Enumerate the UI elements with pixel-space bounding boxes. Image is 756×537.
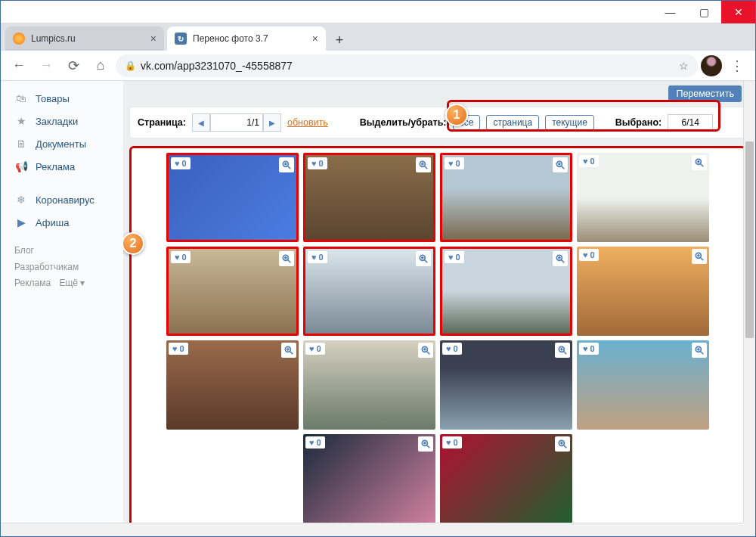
sidebar-item-afisha[interactable]: ▶ Афиша <box>1 211 123 234</box>
close-window-button[interactable]: ✕ <box>721 1 755 23</box>
sidebar-item-documents[interactable]: 🗎 Документы <box>1 132 123 155</box>
zoom-icon[interactable] <box>281 343 296 358</box>
sidebar-item-goods[interactable]: 🛍 Товары <box>1 87 123 110</box>
zoom-icon[interactable] <box>692 155 707 170</box>
sidebar-footer: Блог Разработчикам Реклама Ещё ▾ <box>1 234 123 301</box>
page-prev-button[interactable]: ◀ <box>192 113 210 132</box>
url-field[interactable]: 🔒 vk.com/app3231070_-45558877 ☆ <box>116 54 698 77</box>
page-label: Страница: <box>138 117 186 128</box>
like-counter[interactable]: ♥ 0 <box>579 249 599 261</box>
svg-line-9 <box>562 166 565 169</box>
svg-line-21 <box>425 260 428 263</box>
footer-link[interactable]: Блог <box>14 245 34 256</box>
page-input[interactable] <box>210 113 263 132</box>
move-button[interactable]: Переместить <box>668 85 742 102</box>
zoom-icon[interactable] <box>692 343 707 358</box>
footer-link[interactable]: Ещё ▾ <box>59 278 85 288</box>
zoom-icon[interactable] <box>279 251 294 266</box>
zoom-icon[interactable] <box>416 251 431 266</box>
scrollbar-corner <box>743 523 755 536</box>
like-counter[interactable]: ♥ 0 <box>442 343 462 355</box>
like-counter[interactable]: ♥ 0 <box>171 251 191 263</box>
thumbnail[interactable]: ♥ 0 <box>440 434 572 523</box>
svg-line-53 <box>564 445 567 449</box>
like-counter[interactable]: ♥ 0 <box>169 343 188 355</box>
forward-button[interactable]: → <box>34 54 58 78</box>
zoom-icon[interactable] <box>416 157 431 172</box>
thumbnail[interactable]: ♥ 0 <box>577 340 709 430</box>
profile-avatar[interactable] <box>701 55 722 76</box>
home-button[interactable]: ⌂ <box>88 54 113 78</box>
svg-line-29 <box>701 258 704 261</box>
thumbnail[interactable]: ♥ 0 <box>440 153 572 242</box>
horizontal-scrollbar[interactable] <box>1 523 743 536</box>
like-counter[interactable]: ♥ 0 <box>579 343 599 355</box>
like-counter[interactable]: ♥ 0 <box>171 157 191 169</box>
select-page-button[interactable]: страница <box>486 115 539 130</box>
like-counter[interactable]: ♥ 0 <box>579 155 599 167</box>
sidebar-item-label: Товары <box>36 93 70 104</box>
footer-link[interactable]: Разработчикам <box>14 262 79 272</box>
thumbnail[interactable]: ♥ 0 <box>166 153 299 242</box>
zoom-icon[interactable] <box>553 157 568 172</box>
zoom-icon[interactable] <box>279 157 294 172</box>
bookmark-star-icon[interactable]: ☆ <box>679 60 689 72</box>
reload-button[interactable]: ⟳ <box>61 54 85 78</box>
tab-strip: Lumpics.ru × ↻ Перенос фото 3.7 × + <box>1 23 755 51</box>
thumbnail[interactable]: ♥ 0 <box>303 247 435 336</box>
back-button[interactable]: ← <box>7 54 31 78</box>
svg-line-1 <box>288 166 291 169</box>
thumbnail[interactable]: ♥ 0 <box>166 247 299 336</box>
tab-app[interactable]: ↻ Перенос фото 3.7 × <box>167 26 326 51</box>
thumbnail[interactable]: ♥ 0 <box>166 340 299 430</box>
controls-bar: Страница: ◀ ▶ обновить Выделить/убрать: … <box>129 107 746 138</box>
thumbnail[interactable]: ♥ 0 <box>577 153 709 242</box>
new-tab-button[interactable]: + <box>329 29 350 51</box>
sidebar-item-label: Документы <box>36 138 86 150</box>
like-counter[interactable]: ♥ 0 <box>308 157 327 169</box>
sidebar-item-ads[interactable]: 📢 Реклама <box>1 155 123 178</box>
selected-label: Выбрано: <box>615 117 662 128</box>
select-current-button[interactable]: текущие <box>545 115 594 130</box>
tab-lumpics[interactable]: Lumpics.ru × <box>5 26 164 51</box>
thumbnail[interactable]: ♥ 0 <box>303 153 435 242</box>
zoom-icon[interactable] <box>555 343 570 358</box>
sidebar-item-coronavirus[interactable]: ❄ Коронавирус <box>1 188 123 211</box>
menu-button[interactable]: ⋮ <box>725 54 749 78</box>
virus-icon: ❄ <box>14 193 28 206</box>
svg-line-41 <box>564 352 567 355</box>
like-counter[interactable]: ♥ 0 <box>308 251 327 263</box>
like-counter[interactable]: ♥ 0 <box>445 157 464 169</box>
zoom-icon[interactable] <box>553 251 568 266</box>
sidebar-item-label: Реклама <box>36 161 75 172</box>
zoom-icon[interactable] <box>692 249 707 264</box>
zoom-icon[interactable] <box>418 343 433 358</box>
address-bar: ← → ⟳ ⌂ 🔒 vk.com/app3231070_-45558877 ☆ … <box>1 51 755 81</box>
thumbnail[interactable]: ♥ 0 <box>440 247 572 336</box>
page-next-button[interactable]: ▶ <box>263 113 281 132</box>
zoom-icon[interactable] <box>555 436 570 452</box>
like-counter[interactable]: ♥ 0 <box>305 343 325 355</box>
thumbnail[interactable]: ♥ 0 <box>577 247 709 336</box>
footer-link[interactable]: Реклама <box>14 278 51 288</box>
thumbnail-grid-wrap: ♥ 0♥ 0♥ 0♥ 0♥ 0♥ 0♥ 0♥ 0♥ 0♥ 0♥ 0♥ 0♥ 0♥… <box>129 146 746 530</box>
minimize-button[interactable]: — <box>653 1 687 23</box>
sidebar-item-label: Закладки <box>36 116 78 127</box>
close-tab-icon[interactable]: × <box>150 33 156 45</box>
refresh-link[interactable]: обновить <box>287 117 328 128</box>
maximize-button[interactable]: ▢ <box>687 1 721 23</box>
document-icon: 🗎 <box>14 137 28 151</box>
like-counter[interactable]: ♥ 0 <box>445 251 464 263</box>
like-counter[interactable]: ♥ 0 <box>442 436 462 449</box>
like-counter[interactable]: ♥ 0 <box>305 436 325 449</box>
thumbnail[interactable]: ♥ 0 <box>303 434 435 523</box>
thumbnail[interactable]: ♥ 0 <box>440 340 572 430</box>
thumbnail-grid: ♥ 0♥ 0♥ 0♥ 0♥ 0♥ 0♥ 0♥ 0♥ 0♥ 0♥ 0♥ 0♥ 0♥… <box>136 153 739 523</box>
tab-label: Lumpics.ru <box>31 33 76 44</box>
close-tab-icon[interactable]: × <box>312 33 318 45</box>
sidebar-item-bookmarks[interactable]: ★ Закладки <box>1 110 123 132</box>
vertical-scrollbar[interactable] <box>743 81 755 523</box>
thumbnail[interactable]: ♥ 0 <box>303 340 435 430</box>
zoom-icon[interactable] <box>418 436 433 452</box>
svg-line-33 <box>290 352 293 355</box>
